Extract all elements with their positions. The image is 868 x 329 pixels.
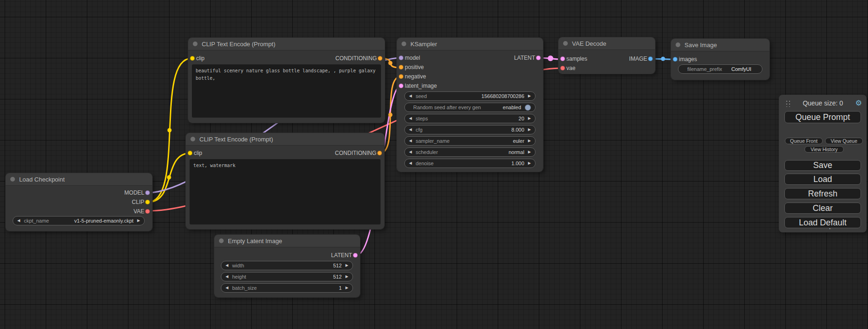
view-history-button[interactable]: View History	[804, 146, 844, 153]
positive-input-port[interactable]: positive	[397, 64, 424, 70]
next-arrow-icon[interactable]: ▶	[346, 286, 348, 290]
latent-output-port[interactable]: LATENT	[331, 252, 360, 259]
toggle-knob-icon[interactable]	[525, 105, 531, 111]
denoise-widget[interactable]: ◀ denoise 1.000 ▶	[404, 159, 536, 168]
save-button[interactable]: Save	[784, 160, 861, 171]
ckpt-name-widget[interactable]: ◀ ckpt_name v1-5-pruned-emaonly.ckpt ▶	[13, 216, 145, 225]
next-arrow-icon[interactable]: ▶	[528, 139, 531, 143]
batch-size-widget[interactable]: ◀ batch_size 1 ▶	[221, 283, 353, 293]
load-button[interactable]: Load	[784, 174, 861, 185]
node-clip-text-encode-negative[interactable]: CLIP Text Encode (Prompt) clip CONDITION…	[186, 133, 384, 229]
clip-port-dot[interactable]	[188, 151, 192, 155]
conditioning-output-port[interactable]: CONDITIONING	[335, 150, 384, 156]
collapse-dot-icon[interactable]	[676, 42, 680, 47]
prev-arrow-icon[interactable]: ◀	[409, 161, 412, 165]
seed-widget[interactable]: ◀ seed 156680208700286 ▶	[404, 91, 536, 101]
model-input-port[interactable]: model	[397, 55, 420, 61]
next-arrow-icon[interactable]: ▶	[528, 161, 531, 165]
positive-prompt-textarea[interactable]: beautiful scenery nature glass bottle la…	[192, 64, 381, 118]
clip-output-port[interactable]: CLIP	[132, 199, 152, 205]
vae-input-port[interactable]: vae	[558, 65, 575, 71]
node-titlebar[interactable]: CLIP Text Encode (Prompt)	[188, 38, 385, 50]
latent-port-dot[interactable]	[560, 56, 565, 61]
node-save-image[interactable]: Save Image images filename_prefix ComfyU…	[671, 39, 769, 80]
queue-prompt-button[interactable]: Queue Prompt	[784, 111, 861, 123]
next-arrow-icon[interactable]: ▶	[346, 264, 348, 267]
steps-widget[interactable]: ◀ steps 20 ▶	[404, 114, 536, 123]
conditioning-port-dot[interactable]	[399, 65, 403, 70]
conditioning-port-dot[interactable]	[378, 56, 382, 61]
collapse-dot-icon[interactable]	[193, 42, 198, 46]
prev-arrow-icon[interactable]: ◀	[17, 219, 20, 223]
refresh-button[interactable]: Refresh	[784, 188, 861, 199]
image-port-dot[interactable]	[648, 56, 653, 61]
model-port-dot[interactable]	[399, 56, 403, 60]
node-empty-latent-image[interactable]: Empty Latent Image LATENT ◀ width 512 ▶ …	[214, 235, 360, 297]
random-seed-toggle-widget[interactable]: Random seed after every gen enabled	[404, 103, 536, 112]
prev-arrow-icon[interactable]: ◀	[226, 286, 228, 290]
collapse-dot-icon[interactable]	[402, 42, 406, 46]
prev-arrow-icon[interactable]: ◀	[409, 117, 412, 120]
clear-button[interactable]: Clear	[784, 203, 861, 214]
next-arrow-icon[interactable]: ▶	[137, 219, 140, 223]
node-clip-text-encode-positive[interactable]: CLIP Text Encode (Prompt) clip CONDITION…	[188, 38, 385, 123]
clip-port-dot[interactable]	[145, 200, 150, 204]
clip-port-dot[interactable]	[190, 56, 195, 61]
latent-output-port[interactable]: LATENT	[514, 55, 543, 61]
next-arrow-icon[interactable]: ▶	[346, 275, 348, 279]
width-widget[interactable]: ◀ width 512 ▶	[221, 261, 353, 270]
image-port-dot[interactable]	[673, 57, 677, 62]
clip-input-port[interactable]: clip	[186, 150, 202, 156]
vae-port-dot[interactable]	[145, 209, 150, 214]
conditioning-output-port[interactable]: CONDITIONING	[335, 55, 385, 62]
model-output-port[interactable]: MODEL	[124, 189, 152, 196]
vae-port-dot[interactable]	[560, 66, 565, 70]
node-titlebar[interactable]: CLIP Text Encode (Prompt)	[186, 133, 384, 146]
prev-arrow-icon[interactable]: ◀	[409, 128, 412, 132]
latent-port-dot[interactable]	[399, 84, 403, 88]
next-arrow-icon[interactable]: ▶	[528, 150, 531, 154]
prev-arrow-icon[interactable]: ◀	[409, 139, 412, 143]
negative-prompt-textarea[interactable]: text, watermark	[190, 159, 381, 224]
model-port-dot[interactable]	[145, 190, 150, 195]
next-arrow-icon[interactable]: ▶	[528, 117, 531, 120]
negative-input-port[interactable]: negative	[397, 73, 426, 80]
node-titlebar[interactable]: KSampler	[397, 38, 543, 50]
prev-arrow-icon[interactable]: ◀	[226, 264, 228, 267]
next-arrow-icon[interactable]: ▶	[528, 94, 531, 98]
conditioning-port-dot[interactable]	[377, 151, 382, 155]
view-queue-button[interactable]: View Queue	[825, 138, 863, 144]
node-graph-canvas[interactable]: Load Checkpoint MODEL CLIP VAE ◀ ckpt_na…	[0, 0, 868, 329]
filename-prefix-widget[interactable]: filename_prefix ComfyUI	[678, 64, 762, 74]
collapse-dot-icon[interactable]	[563, 41, 568, 46]
clip-input-port[interactable]: clip	[188, 55, 205, 62]
queue-front-button[interactable]: Queue Front	[785, 138, 823, 144]
node-titlebar[interactable]: Load Checkpoint	[6, 173, 152, 186]
prev-arrow-icon[interactable]: ◀	[409, 94, 412, 98]
vae-output-port[interactable]: VAE	[134, 208, 152, 215]
image-output-port[interactable]: IMAGE	[629, 56, 655, 62]
node-load-checkpoint[interactable]: Load Checkpoint MODEL CLIP VAE ◀ ckpt_na…	[6, 173, 152, 231]
conditioning-port-dot[interactable]	[399, 74, 403, 79]
latent-port-dot[interactable]	[353, 253, 358, 258]
collapse-dot-icon[interactable]	[10, 177, 15, 182]
node-vae-decode[interactable]: VAE Decode samples vae IMAGE	[558, 37, 655, 74]
node-titlebar[interactable]: Empty Latent Image	[214, 235, 360, 247]
scheduler-widget[interactable]: ◀ scheduler normal ▶	[404, 147, 536, 157]
node-titlebar[interactable]: VAE Decode	[558, 37, 655, 50]
images-input-port[interactable]: images	[671, 56, 697, 63]
node-titlebar[interactable]: Save Image	[671, 39, 769, 51]
next-arrow-icon[interactable]: ▶	[528, 128, 531, 132]
load-default-button[interactable]: Load Default	[784, 217, 861, 228]
node-ksampler[interactable]: KSampler model positive negative latent_…	[397, 38, 543, 172]
drag-handle-icon[interactable]	[785, 99, 790, 107]
cfg-widget[interactable]: ◀ cfg 8.000 ▶	[404, 125, 536, 134]
samples-input-port[interactable]: samples	[558, 56, 587, 62]
prev-arrow-icon[interactable]: ◀	[409, 150, 412, 154]
settings-gear-icon[interactable]: ⚙	[855, 99, 862, 107]
latent-port-dot[interactable]	[536, 56, 541, 60]
latent-image-input-port[interactable]: latent_image	[397, 83, 437, 89]
sampler-name-widget[interactable]: ◀ sampler_name euler ▶	[404, 136, 536, 146]
prev-arrow-icon[interactable]: ◀	[226, 275, 228, 279]
collapse-dot-icon[interactable]	[191, 137, 195, 141]
